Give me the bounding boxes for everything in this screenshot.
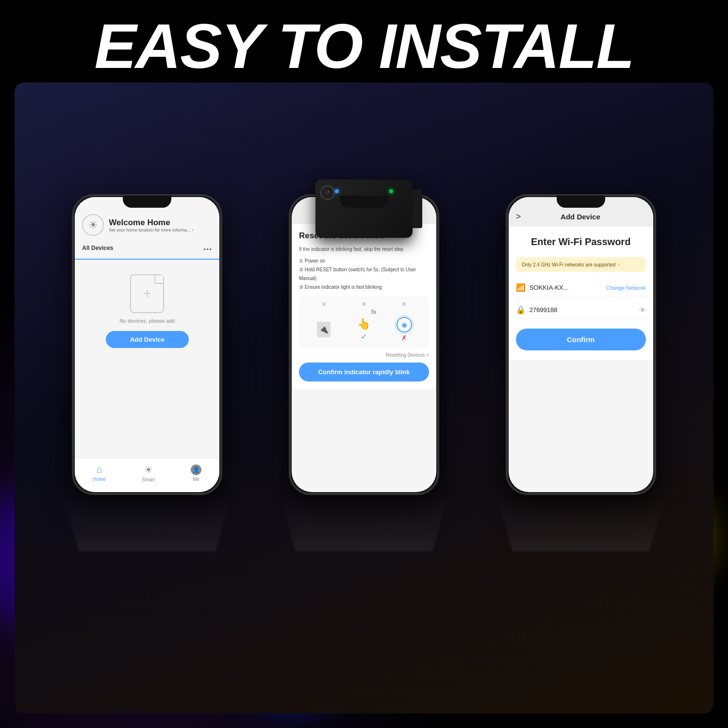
phone1: ☀ Welcome Home Set your home location fo… (72, 194, 222, 495)
device-led-green (389, 189, 393, 193)
sun-icon: ☀ (88, 219, 98, 232)
plug-icon: 🔌 (317, 322, 331, 337)
ripple-icon-container: ◉ ✗ (392, 316, 416, 343)
reset-diagram: ① ② ③ 5s 🔌 (299, 297, 429, 347)
device-led-blue (335, 189, 339, 193)
ripple-icon: ◉ (397, 317, 412, 332)
confirm-button[interactable]: Confirm (516, 329, 646, 350)
phone3-header: > Add Device (509, 197, 653, 227)
device-illustration: ↺ (286, 165, 442, 272)
phone1-header: ☀ Welcome Home Set your home location fo… (75, 197, 219, 241)
wifi-password-title: Enter Wi-Fi Password (516, 236, 646, 248)
page-title: EASY TO INSTALL (0, 10, 728, 83)
check-icon: ✓ (361, 332, 367, 341)
scene: ↺ ☀ Welcome Home (15, 83, 713, 713)
password-field[interactable]: 27699188 (529, 306, 635, 314)
warning-arrow-icon: › (618, 261, 620, 268)
nav-home[interactable]: ⌂ Home (93, 464, 106, 482)
phone1-wrapper: ☀ Welcome Home Set your home location fo… (44, 194, 251, 556)
timer-label: 5s (371, 309, 377, 314)
hand-icon: 👆 (357, 318, 370, 331)
confirm-blink-button[interactable]: Confirm indicator rapidly blink (299, 363, 429, 381)
phone1-welcome: Welcome Home Set your home location for … (109, 218, 212, 232)
document-icon (130, 274, 164, 313)
no-devices-text: No devices, please add (119, 318, 175, 324)
resetting-label[interactable]: Resetting Devices > (299, 352, 429, 358)
hand-icon-container: 👆 ✓ (352, 316, 376, 343)
phone1-reflection (64, 496, 231, 551)
phone1-logo: ☀ (82, 214, 104, 236)
phone3-screen: > Add Device Enter Wi-Fi Password Only 2… (509, 197, 653, 492)
plug-icon-container: 🔌 (312, 316, 336, 343)
back-button[interactable]: > (516, 212, 521, 222)
smart-icon: ☀ (144, 464, 153, 476)
home-icon: ⌂ (97, 464, 102, 475)
phone2-reflection (280, 496, 447, 551)
welcome-subtitle: Set your home location for more informa.… (109, 228, 212, 232)
device-button: ↺ (320, 185, 335, 200)
avatar-icon: 👤 (191, 464, 201, 475)
device-plug (413, 189, 422, 228)
all-devices-bar: All Devices ··· (75, 241, 219, 260)
phone3-wrapper: > Add Device Enter Wi-Fi Password Only 2… (477, 194, 684, 556)
lock-icon: 🔒 (516, 305, 526, 314)
eye-icon[interactable]: 👁 (639, 306, 646, 314)
step-3: ③ Ensure indicator light is fast blinkin… (299, 283, 429, 292)
wifi-network-name: SOKKIA-KX... (529, 284, 602, 291)
change-network-link[interactable]: Change Network (606, 285, 646, 291)
x-icon: ✗ (401, 334, 407, 342)
device-body: ↺ (315, 180, 413, 238)
wifi-warning-text: Only 2.4 GHz Wi-Fi networks are supporte… (522, 262, 615, 267)
wifi-icon: 📶 (516, 283, 526, 292)
phone3-reflection (497, 496, 664, 551)
welcome-title: Welcome Home (109, 218, 212, 228)
wifi-warning-banner: Only 2.4 GHz Wi-Fi networks are supporte… (516, 257, 646, 272)
add-device-button[interactable]: Add Device (106, 331, 189, 348)
empty-state: No devices, please add Add Device (75, 260, 219, 363)
phone1-screen: ☀ Welcome Home Set your home location fo… (75, 197, 219, 492)
doc-corner (154, 275, 163, 284)
bottom-nav: ⌂ Home ☀ Smart 👤 Me (75, 458, 219, 492)
wifi-network-row[interactable]: 📶 SOKKIA-KX... Change Network (516, 279, 646, 297)
more-options-icon[interactable]: ··· (203, 245, 212, 255)
nav-me[interactable]: 👤 Me (191, 464, 201, 482)
phone3-header-title: Add Device (525, 213, 645, 221)
password-row: 🔒 27699188 👁 (516, 301, 646, 319)
all-devices-label: All Devices (82, 245, 113, 255)
nav-smart[interactable]: ☀ Smart (142, 464, 155, 482)
diagram-numbers: ① ② ③ (304, 301, 424, 307)
diagram-icons: 🔌 👆 ✓ ◉ ✗ (304, 316, 424, 343)
phone3: > Add Device Enter Wi-Fi Password Only 2… (506, 194, 656, 495)
phone3-content: Enter Wi-Fi Password Only 2.4 GHz Wi-Fi … (509, 227, 653, 360)
